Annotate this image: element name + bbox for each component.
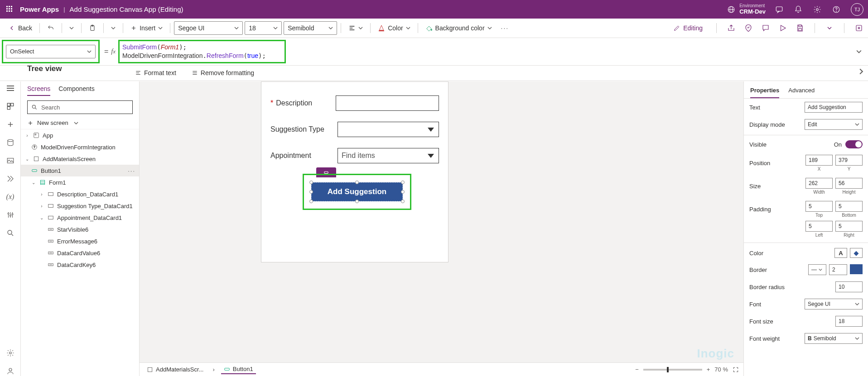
crumb-button[interactable]: Button1 [221,365,256,374]
paste-menu[interactable] [107,24,119,32]
waffle-icon[interactable] [6,6,14,13]
font-dropdown-prop[interactable]: Segoe UI [805,299,863,309]
play-icon[interactable] [778,24,787,33]
remove-formatting-button[interactable]: Remove formatting [188,67,258,78]
card-icon [47,202,54,209]
crumb-screen[interactable]: AddMaterialsScr... [144,365,207,374]
node-dcv[interactable]: DataCardValue6 [21,247,139,259]
size-w-input[interactable]: 262 [805,178,833,189]
font-size-input[interactable]: 18 [835,316,863,327]
pad-bottom-input[interactable]: 5 [835,201,863,212]
size-h-input[interactable]: 56 [835,178,863,189]
fill-color-swatch[interactable] [850,248,863,258]
expand-icon[interactable] [858,68,864,75]
suggestion-type-dropdown[interactable] [338,122,439,137]
font-weight-dropdown[interactable]: Semibold [284,21,337,35]
zoom-slider[interactable] [643,369,702,371]
node-dc1[interactable]: › Description_DataCard1 [21,188,139,200]
insert-button[interactable]: Insert [127,23,166,33]
tree-icon[interactable] [5,101,15,111]
insert-rail-icon[interactable] [5,119,15,129]
font-size-dropdown[interactable]: 18 [245,21,282,35]
undo-button[interactable] [43,23,58,33]
node-dck[interactable]: DataCardKey6 [21,259,139,271]
node-em[interactable]: ErrorMessage6 [21,235,139,247]
pad-left-input[interactable]: 5 [805,221,833,232]
formula-expand-icon[interactable] [856,49,862,54]
tab-properties[interactable]: Properties [750,85,779,98]
overflow-button[interactable]: ··· [497,23,513,33]
border-radius-input[interactable]: 10 [835,281,863,292]
border-width-input[interactable]: 2 [829,264,847,275]
settings-rail-icon[interactable] [5,348,15,358]
tab-components[interactable]: Components [58,82,94,96]
pos-x-input[interactable]: 189 [805,155,833,166]
add-suggestion-button[interactable]: Add Suggestion [311,182,403,201]
pos-y-input[interactable]: 379 [835,155,863,166]
fullscreen-icon[interactable] [733,366,739,373]
tab-advanced[interactable]: Advanced [788,85,815,98]
comment-icon[interactable] [761,24,770,33]
environment-picker[interactable]: Environment CRM-Dev [727,4,766,15]
pad-right-input[interactable]: 5 [835,221,863,232]
description-input[interactable] [336,95,439,111]
node-dc2[interactable]: › Suggestion Type_DataCard1 [21,200,139,212]
zoom-in-icon[interactable]: + [707,366,710,373]
canvas[interactable]: * Description Suggestion Type Appointmen… [140,81,743,376]
advanced-icon[interactable] [5,210,15,220]
formula-text[interactable]: SubmitForm(Form1); ModelDrivenFormIntegr… [122,43,282,60]
format-text-button[interactable]: Format text [131,67,180,78]
node-mdfi[interactable]: ? ModelDrivenFormIntegration [21,141,139,153]
editing-mode[interactable]: Editing [670,23,706,33]
undo-menu[interactable] [66,24,77,32]
align-button[interactable] [345,23,366,33]
variables-icon[interactable]: (x) [5,192,15,202]
paste-button[interactable] [85,23,100,33]
virtual-agent-icon[interactable] [5,366,15,376]
media-icon[interactable] [5,156,15,166]
avatar[interactable]: TJ [851,3,863,16]
node-app[interactable]: › App [21,129,139,141]
flows-icon[interactable] [5,174,15,184]
node-screen[interactable]: ⌄ AddMaterialsScreen [21,153,139,165]
font-weight-dropdown-prop[interactable]: BSemibold [805,333,863,344]
prop-mode-dropdown[interactable]: Edit [805,119,863,130]
node-dc3[interactable]: ⌄ Appointment_DataCard1 [21,212,139,224]
search-input[interactable]: Search [27,100,133,114]
formula-highlight: SubmitForm(Form1); ModelDrivenFormIntegr… [118,40,286,63]
search-rail-icon[interactable] [5,228,15,238]
tab-screens[interactable]: Screens [27,82,50,96]
border-style-dropdown[interactable]: — [808,264,826,275]
publish-icon[interactable] [854,24,863,33]
svg-rect-2 [776,7,782,11]
share-icon[interactable] [727,24,736,33]
node-menu-icon[interactable]: ··· [128,167,135,174]
hamburger-icon[interactable] [5,83,15,93]
back-button[interactable]: Back [5,23,36,33]
zoom-out-icon[interactable]: − [635,366,639,373]
appointment-dropdown[interactable]: Find items [338,148,439,163]
save-icon[interactable] [796,24,805,33]
save-menu[interactable] [825,24,834,33]
fx-icon[interactable]: fx [111,48,116,55]
help-icon[interactable] [832,5,841,14]
gear-icon[interactable] [813,5,822,14]
prop-text-input[interactable]: Add Suggestion [805,102,863,113]
pad-top-input[interactable]: 5 [805,201,833,212]
bell-icon[interactable] [794,5,803,14]
new-screen-button[interactable]: New screen [21,117,139,129]
bgcolor-button[interactable]: Background color [422,23,496,33]
checker-icon[interactable] [744,24,753,33]
visible-toggle[interactable] [845,140,863,148]
feedback-icon[interactable] [775,5,784,14]
border-color-swatch[interactable] [850,264,863,274]
node-button[interactable]: Button1 ··· [21,165,139,176]
font-color-swatch[interactable]: A [834,248,847,258]
pad-top-sublabel: Top [815,213,823,218]
color-button[interactable]: Color [374,23,414,33]
node-sv[interactable]: StarVisible6 [21,224,139,235]
property-dropdown[interactable]: OnSelect [6,45,96,58]
font-dropdown[interactable]: Segoe UI [174,21,243,35]
data-icon[interactable] [5,138,15,148]
node-form[interactable]: ⌄ Form1 [21,176,139,188]
